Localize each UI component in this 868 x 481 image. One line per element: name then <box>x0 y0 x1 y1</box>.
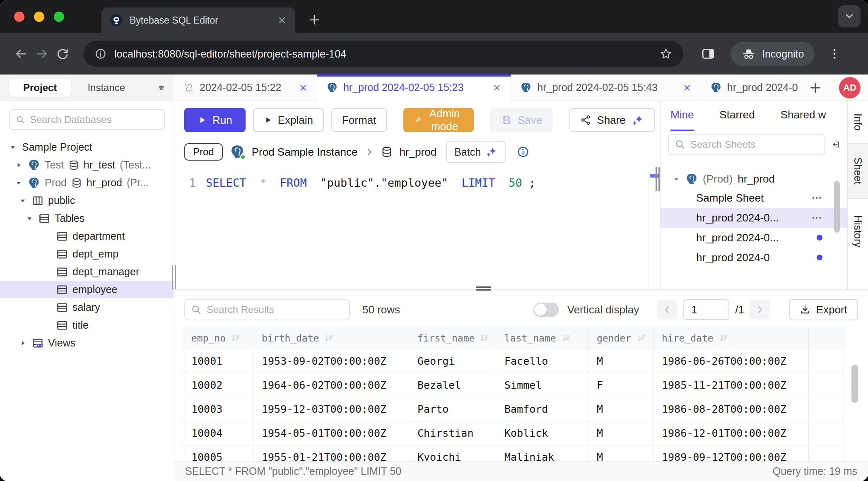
tree-item-employee[interactable]: employee <box>0 281 174 298</box>
close-tab-icon[interactable] <box>277 15 287 25</box>
save-button[interactable]: Save <box>490 108 553 132</box>
panel-resize-handle[interactable] <box>656 167 660 191</box>
close-window-button[interactable] <box>14 12 24 22</box>
tab-shared-with-me[interactable]: Shared w <box>781 108 826 131</box>
tab-search-button[interactable] <box>838 5 861 27</box>
table-row[interactable]: 100051955-01-21T00:00:00ZKyoichiMaliniak… <box>183 445 844 462</box>
sql-code-line[interactable]: SELECT * FROM "public"."employee" LIMIT … <box>206 176 535 289</box>
sort-icon[interactable] <box>719 333 729 344</box>
caret-down-icon[interactable] <box>25 214 34 223</box>
new-tab-button[interactable] <box>308 13 321 26</box>
sort-icon[interactable] <box>561 333 572 344</box>
import-sheet-icon[interactable] <box>832 138 840 151</box>
editor-tab-4[interactable]: hr_prod 2024-0 <box>701 75 805 101</box>
sheet-search-input[interactable] <box>690 139 819 150</box>
database-search-input[interactable] <box>30 114 158 125</box>
caret-down-icon[interactable] <box>18 196 27 205</box>
editor-tab-1[interactable]: 2024-02-05 15:22 <box>174 75 317 101</box>
instance-name[interactable]: Prod Sample Instance <box>252 146 358 159</box>
filter-sliders-icon[interactable] <box>158 81 165 94</box>
splitter-grab-handle[interactable] <box>476 286 491 291</box>
admin-mode-button[interactable]: Admin mode <box>403 108 474 132</box>
tree-item-sample-project[interactable]: Sample Project <box>0 138 174 156</box>
site-info-icon[interactable] <box>94 48 107 60</box>
close-tab-icon[interactable] <box>492 83 502 92</box>
reload-button[interactable] <box>52 43 73 64</box>
column-header-first-name[interactable]: first_name <box>409 327 496 349</box>
column-header-birth-date[interactable]: birth_date <box>253 327 409 349</box>
info-icon[interactable] <box>517 146 529 158</box>
sort-icon[interactable] <box>231 333 241 344</box>
tree-item-public-schema[interactable]: public <box>0 192 174 209</box>
tree-item-tables-group[interactable]: Tables <box>0 209 174 227</box>
export-button[interactable]: Export <box>789 299 858 320</box>
explain-button[interactable]: Explain <box>253 108 324 132</box>
page-number-input[interactable] <box>683 299 729 320</box>
column-header-hire-date[interactable]: hire_date <box>653 327 809 349</box>
run-button[interactable]: Run <box>184 108 246 132</box>
tab-mine[interactable]: Mine <box>670 108 694 131</box>
tree-item-title[interactable]: title <box>0 316 174 334</box>
sheet-group-hr-prod[interactable]: (Prod) hr_prod <box>661 170 847 188</box>
database-name[interactable]: hr_prod <box>400 146 437 159</box>
sheet-item-current[interactable]: hr_prod 2024-0... <box>661 208 847 228</box>
sort-icon[interactable] <box>324 333 335 344</box>
editor-tab-2-active[interactable]: hr_prod 2024-02-05 15:23 <box>317 75 511 101</box>
url-text[interactable]: localhost:8080/sql-editor/sheet/project-… <box>114 48 652 60</box>
tab-info[interactable]: Info <box>848 101 868 144</box>
browser-tab[interactable]: Bytebase SQL Editor <box>101 7 295 33</box>
more-actions-icon[interactable] <box>811 212 822 224</box>
caret-right-icon[interactable] <box>18 339 27 348</box>
forward-button[interactable] <box>31 43 52 64</box>
results-search-input[interactable] <box>207 304 343 315</box>
tab-project[interactable]: Project <box>9 79 71 97</box>
next-page-button[interactable] <box>750 300 770 320</box>
bookmark-star-icon[interactable] <box>659 47 673 60</box>
sql-editor[interactable]: 1 SELECT * FROM "public"."employee" LIMI… <box>174 171 660 289</box>
environment-chip[interactable]: Prod <box>184 143 223 161</box>
table-row[interactable]: 100031959-12-03T00:00:00ZPartoBamfordM19… <box>183 397 844 421</box>
address-bar[interactable]: localhost:8080/sql-editor/sheet/project-… <box>84 41 683 67</box>
close-tab-icon[interactable] <box>299 83 308 92</box>
caret-down-icon[interactable] <box>14 178 23 188</box>
batch-button[interactable]: Batch <box>446 141 506 163</box>
results-search[interactable] <box>184 299 350 320</box>
sheet-item-unsaved-1[interactable]: hr_prod 2024-0... <box>661 228 847 248</box>
column-header-last-name[interactable]: last_name <box>496 327 588 349</box>
column-header-emp-no[interactable]: emp_no <box>183 327 253 349</box>
share-button[interactable]: Share <box>569 108 654 132</box>
sort-icon[interactable] <box>636 333 647 344</box>
more-actions-icon[interactable] <box>811 192 822 204</box>
editor-tab-3[interactable]: hr_prod 2024-02-05 15:43 <box>511 75 701 101</box>
prev-page-button[interactable] <box>657 300 677 320</box>
database-search[interactable] <box>9 109 165 130</box>
tree-item-views[interactable]: Views <box>0 334 174 352</box>
table-row[interactable]: 100021964-06-02T00:00:00ZBezalelSimmelF1… <box>183 373 844 397</box>
vertical-display-toggle[interactable] <box>533 303 559 317</box>
side-panel-button[interactable] <box>701 46 716 61</box>
tab-sheet[interactable]: Sheet <box>848 144 868 199</box>
tree-item-salary[interactable]: salary <box>0 298 174 316</box>
sheet-search[interactable] <box>668 134 825 155</box>
sort-icon[interactable] <box>480 333 490 344</box>
user-avatar[interactable]: AD <box>839 77 861 99</box>
browser-menu-button[interactable] <box>828 47 841 60</box>
sheet-item-unsaved-2[interactable]: hr_prod 2024-0 <box>661 248 847 267</box>
caret-right-icon[interactable] <box>14 161 23 170</box>
ai-sparkle-icon[interactable] <box>632 114 644 126</box>
tree-item-department[interactable]: department <box>0 227 174 245</box>
format-button[interactable]: Format <box>331 108 387 132</box>
tab-starred[interactable]: Starred <box>719 108 755 131</box>
minimize-window-button[interactable] <box>34 12 44 22</box>
tree-item-hr-test[interactable]: Test hr_test (Test... <box>0 156 174 174</box>
add-sheet-button[interactable] <box>808 81 822 95</box>
caret-down-icon[interactable] <box>8 143 17 152</box>
column-header-gender[interactable]: gender <box>588 327 653 349</box>
table-row[interactable]: 100041954-05-01T00:00:00ZChirstianKoblic… <box>183 421 844 445</box>
tab-history[interactable]: History <box>848 199 868 264</box>
tree-item-dept-manager[interactable]: dept_manager <box>0 263 174 281</box>
tree-item-dept-emp[interactable]: dept_emp <box>0 245 174 263</box>
sheet-item-sample-sheet[interactable]: Sample Sheet <box>661 188 847 208</box>
sheet-list-scrollbar[interactable] <box>834 181 840 233</box>
close-tab-icon[interactable] <box>682 83 692 92</box>
